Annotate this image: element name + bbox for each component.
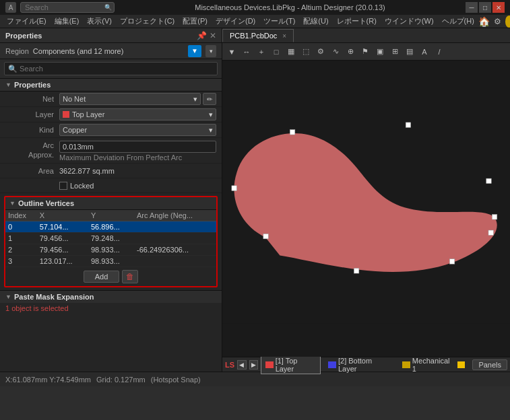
- coords-status: X:61.087mm Y:74.549mm: [5, 376, 91, 384]
- menu-project[interactable]: プロジェクト(C): [116, 15, 179, 28]
- pcb-tab[interactable]: PCB1.PcbDoc ×: [222, 29, 294, 42]
- gear-icon[interactable]: ⚙: [494, 17, 501, 26]
- layer-scroll-right[interactable]: ▶: [249, 360, 259, 370]
- pcb-gear-btn[interactable]: ⚙: [314, 45, 327, 59]
- menu-report[interactable]: レポート(R): [333, 15, 381, 28]
- menu-file[interactable]: ファイル(E): [3, 15, 51, 28]
- layer-bottom[interactable]: [2] Bottom Layer: [323, 355, 395, 374]
- pcb-grid-btn[interactable]: ▦: [284, 45, 298, 59]
- menu-window[interactable]: ウインドウ(W): [381, 15, 438, 28]
- mech-layer-label: Mechanical 1: [412, 357, 454, 373]
- pcb-plus-sq-btn[interactable]: ⊞: [388, 45, 402, 59]
- pcb-tab-close-icon[interactable]: ×: [282, 32, 286, 40]
- net-dropdown[interactable]: No Net ▾: [59, 93, 201, 105]
- table-row[interactable]: 057.104...56.896...: [5, 221, 216, 233]
- area-row: Area 3622.877 sq.mm: [0, 164, 222, 178]
- titlebar-search-input[interactable]: [20, 2, 115, 13]
- close-button[interactable]: ✕: [492, 2, 505, 13]
- maximize-button[interactable]: □: [479, 2, 491, 13]
- titlebar-title: Miscellaneous Devices.LibPkg - Altium De…: [115, 3, 466, 11]
- pcb-canvas[interactable]: [222, 61, 510, 357]
- layer-top[interactable]: [1] Top Layer: [261, 355, 321, 374]
- titlebar-search-wrap: 🔍: [20, 2, 115, 13]
- layer-scroll-left[interactable]: ◀: [237, 360, 247, 370]
- area-value: 3622.877 sq.mm: [59, 167, 115, 175]
- pcb-outline-btn[interactable]: ⬚: [299, 45, 313, 59]
- layer-dropdown-value: Top Layer: [72, 110, 104, 118]
- kind-dropdown[interactable]: Copper ▾: [59, 124, 216, 136]
- panel-close-icon[interactable]: ✕: [210, 31, 216, 40]
- paste-mask-header[interactable]: ▼ Paste Mask Expansion: [0, 290, 222, 303]
- search-container: 🔍: [4, 62, 218, 75]
- titlebar-left: A 🔍: [5, 2, 115, 13]
- layer-value-wrap: Top Layer ▾: [59, 108, 216, 120]
- panels-button[interactable]: Panels: [472, 359, 507, 370]
- menu-route[interactable]: 配線(U): [299, 15, 332, 28]
- table-row[interactable]: 279.456...98.933...-66.24926306...: [5, 244, 216, 256]
- mech-layer-color: [402, 361, 410, 368]
- net-edit-button[interactable]: ✏: [203, 93, 216, 105]
- pcb-cross-btn[interactable]: ↔: [240, 45, 253, 59]
- properties-section-label: Properties: [14, 81, 51, 89]
- vertices-header: ▼ Outline Vertices: [5, 197, 216, 210]
- grid-status: Grid: 0.127mm: [96, 376, 146, 384]
- pcb-add-btn[interactable]: +: [255, 45, 268, 59]
- col-x: X: [37, 210, 88, 221]
- panel-pin-icon[interactable]: 📌: [197, 31, 207, 40]
- panel-header: Properties 📌 ✕: [0, 28, 222, 43]
- vertices-table-wrap: Index X Y Arc Angle (Neg... 057.104...56…: [5, 210, 216, 267]
- table-row[interactable]: 179.456...79.248...: [5, 233, 216, 244]
- menu-design[interactable]: デザイン(D): [212, 15, 259, 28]
- svg-rect-7: [263, 234, 268, 238]
- net-dropdown-value: No Net: [63, 95, 86, 103]
- home-icon[interactable]: 🏠: [478, 16, 490, 27]
- region-filter-button[interactable]: ▼: [188, 45, 201, 57]
- layer-row: Layer Top Layer ▾: [0, 107, 222, 123]
- pcb-table-btn[interactable]: ▤: [403, 45, 416, 59]
- titlebar-icons: A: [5, 2, 16, 13]
- kind-dropdown-value: Copper: [63, 126, 87, 134]
- pcb-text-btn[interactable]: A: [418, 45, 431, 59]
- search-input[interactable]: [4, 62, 218, 75]
- pcb-view-btn[interactable]: ▣: [373, 45, 387, 59]
- pcb-line-btn[interactable]: /: [433, 45, 446, 59]
- properties-section-header[interactable]: ▼ Properties: [0, 79, 222, 92]
- arc-input[interactable]: [59, 141, 216, 153]
- table-row[interactable]: 3123.017...98.933...: [5, 256, 216, 267]
- region-bar: Region Components (and 12 more) ▼ ▾: [0, 43, 222, 59]
- properties-panel: Properties 📌 ✕ Region Components (and 12…: [0, 28, 222, 372]
- pcb-rect-btn[interactable]: □: [269, 45, 283, 59]
- menu-edit[interactable]: 編集(E): [51, 15, 84, 28]
- top-layer-color: [265, 361, 274, 368]
- svg-rect-9: [488, 230, 493, 235]
- pcb-filter-btn[interactable]: ▼: [225, 45, 238, 59]
- net-dropdown-arrow: ▾: [193, 95, 197, 104]
- menu-help[interactable]: ヘルプ(H): [438, 15, 478, 28]
- col-y: Y: [88, 210, 134, 221]
- region-dropdown-button[interactable]: ▾: [205, 45, 216, 57]
- properties-content: ▼ Properties Net No Net ▾ ✏ Layer: [0, 79, 222, 372]
- user-avatar-circle: [505, 15, 510, 28]
- ls-label: LS: [225, 361, 234, 369]
- pcb-wave-btn[interactable]: ∿: [329, 45, 342, 59]
- svg-rect-6: [354, 269, 358, 273]
- layer-dropdown-arrow: ▾: [209, 110, 213, 119]
- pcb-tab-label: PCB1.PcbDoc: [230, 32, 277, 40]
- menu-tools[interactable]: ツール(T): [259, 15, 299, 28]
- menu-place[interactable]: 配置(P): [179, 15, 212, 28]
- arc-row: Arc Approx. Maximum Deviation From Perfe…: [0, 138, 222, 164]
- canvas-tabs: PCB1.PcbDoc ×: [222, 28, 510, 43]
- delete-vertex-button[interactable]: 🗑: [122, 270, 138, 283]
- pcb-target-btn[interactable]: ⊕: [344, 45, 357, 59]
- pcb-flag-btn[interactable]: ⚑: [358, 45, 372, 59]
- kind-value-wrap: Copper ▾: [59, 124, 216, 136]
- minimize-button[interactable]: ─: [466, 2, 478, 13]
- add-vertex-button[interactable]: Add: [84, 271, 120, 283]
- layer-mech[interactable]: Mechanical 1: [397, 355, 470, 374]
- menu-view[interactable]: 表示(V): [83, 15, 116, 28]
- bottom-layer-label: [2] Bottom Layer: [338, 357, 390, 373]
- vertices-section-label: Outline Vertices: [18, 199, 74, 207]
- layer-dropdown[interactable]: Top Layer ▾: [59, 108, 216, 120]
- snap-status: (Hotspot Snap): [151, 376, 201, 384]
- locked-checkbox[interactable]: [59, 182, 67, 190]
